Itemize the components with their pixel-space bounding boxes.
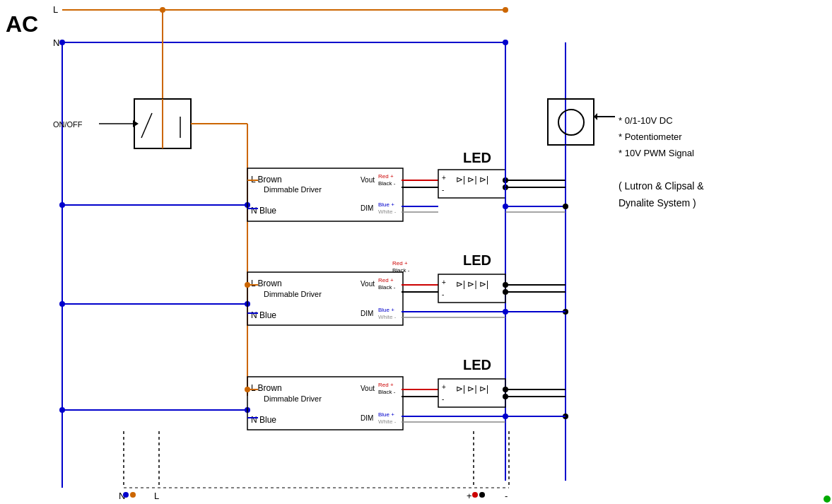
driver3-black-label: Black -: [378, 389, 396, 395]
driver2-white-label: White -: [378, 314, 397, 320]
driver1-white-label: White -: [378, 209, 397, 215]
controller-box: [548, 99, 594, 145]
driver2-dim-label: DIM: [361, 310, 373, 317]
d1-dim-dot: [503, 204, 508, 209]
led1-plus: +: [442, 174, 446, 182]
bottom-n-dot1: [123, 492, 129, 498]
driver3-red-label: Red +: [378, 382, 394, 388]
l-dot-right: [503, 7, 508, 13]
note3: * 10V PWM Signal: [619, 148, 694, 158]
n-dot-d1: [59, 202, 65, 208]
green-dot-corner: [824, 496, 831, 503]
driver2-black-label: Black -: [378, 284, 396, 291]
bottom-plus-dot2: [479, 492, 485, 498]
driver3-dim-label: DIM: [361, 414, 373, 422]
driver1-n-label: N Blue: [251, 206, 276, 216]
d1-dim-dot-r: [563, 204, 568, 209]
led2-symbols: ⊳| ⊳| ⊳|: [456, 279, 488, 289]
driver3-white-label: White -: [378, 418, 397, 425]
led2-label: LED: [463, 252, 491, 268]
red-black-detect1: Red +: [392, 260, 408, 266]
led1-label: LED: [463, 150, 491, 165]
bottom-l-label: L: [154, 491, 159, 501]
wiring-diagram: AC L N ON/OFF L Brown Dimmable Dri: [0, 0, 832, 504]
led1-symbols: ⊳| ⊳| ⊳|: [456, 175, 488, 184]
driver3-n-label: N Blue: [251, 415, 276, 425]
led2-plus: +: [442, 279, 446, 286]
driver3-l-label: L Brown: [251, 383, 282, 393]
driver2-mid-label: Dimmable Driver: [264, 290, 322, 298]
driver1-dim-label: DIM: [361, 204, 373, 212]
led3-label: LED: [463, 357, 491, 373]
driver2-n-label: N Blue: [251, 310, 276, 320]
driver3-vout-label: Vout: [361, 385, 375, 392]
driver1-vout-label: Vout: [361, 176, 375, 184]
n-label: N: [53, 37, 59, 48]
d3-l-dot: [245, 387, 250, 392]
red-black-detect2: Black -: [392, 267, 410, 274]
l-label: L: [53, 4, 58, 15]
driver3-mid-label: Dimmable Driver: [264, 394, 322, 403]
d2-l-dot: [245, 282, 250, 288]
note5: Dynalite System ): [619, 197, 696, 209]
led3-plus: +: [442, 383, 446, 391]
note2: * Potentiometer: [619, 131, 682, 142]
bottom-minus-label: -: [505, 491, 508, 501]
l-dot-switch: [160, 7, 165, 13]
driver2-red-label: Red +: [378, 277, 394, 283]
controller-circle: [558, 110, 584, 135]
driver2-vout-label: Vout: [361, 280, 375, 288]
bottom-n-dot2: [130, 492, 136, 498]
switch-line1: [141, 113, 152, 138]
n-dot-left: [59, 40, 65, 45]
driver2-l-label: L Brown: [251, 279, 282, 288]
driver3-blue-label: Blue +: [378, 411, 394, 418]
driver1-black-label: Black -: [378, 180, 396, 187]
led3-minus: -: [442, 395, 444, 403]
driver1-red-label: Red +: [378, 173, 394, 180]
bottom-plus-dot1: [472, 492, 478, 498]
switch-arrow-head: [133, 120, 139, 127]
driver2-blue-label: Blue +: [378, 307, 394, 313]
led2-minus: -: [442, 291, 444, 298]
ac-label: AC: [6, 11, 38, 37]
led1-minus: -: [442, 186, 444, 194]
on-off-label: ON/OFF: [53, 120, 83, 129]
note1: * 0/1-10V DC: [619, 115, 673, 126]
driver1-mid-label: Dimmable Driver: [264, 185, 322, 194]
led3-symbols: ⊳| ⊳| ⊳|: [456, 384, 488, 394]
n-dot-d2: [59, 301, 65, 307]
note4: ( Lutron & Clipsal &: [619, 180, 704, 192]
driver1-blue-label: Blue +: [378, 201, 394, 208]
bottom-plus-label: +: [467, 491, 472, 501]
